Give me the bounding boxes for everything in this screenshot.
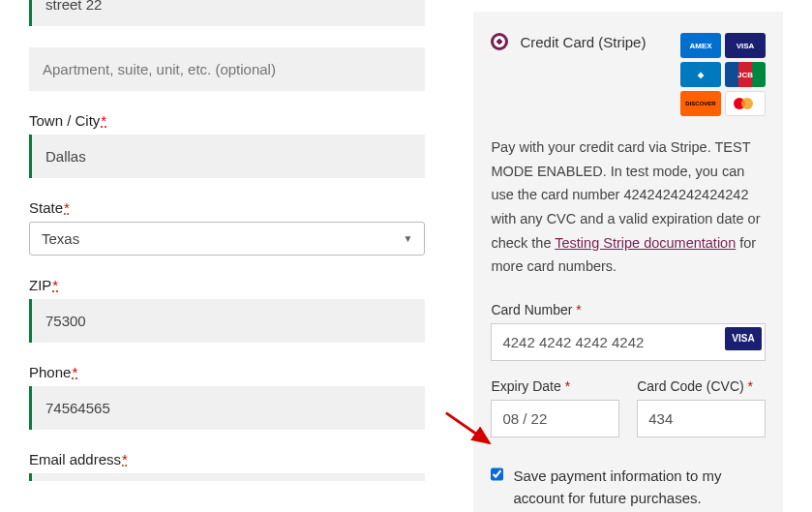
visa-icon: VISA	[725, 33, 766, 58]
payment-description: Pay with your credit card via Stripe. TE…	[491, 136, 766, 279]
diners-icon: ◈	[680, 62, 721, 87]
save-payment-label: Save payment information to my account f…	[513, 465, 766, 510]
required-mark: *	[52, 277, 58, 293]
required-mark: *	[101, 112, 106, 129]
email-label: Email address*	[29, 451, 425, 467]
phone-input[interactable]	[29, 386, 425, 430]
state-label: State*	[29, 199, 425, 216]
card-brand-badge: VISA	[725, 327, 762, 350]
required-mark: *	[565, 378, 570, 394]
card-number-label: Card Number *	[491, 302, 766, 317]
stripe-docs-link[interactable]: Testing Stripe documentation	[555, 235, 736, 251]
required-mark: *	[64, 199, 70, 216]
phone-label: Phone*	[29, 364, 425, 380]
zip-input[interactable]	[29, 299, 425, 343]
payment-method-radio[interactable]	[491, 33, 508, 50]
card-logos-group: AMEX VISA ◈ JCB DISCOVER	[675, 33, 766, 116]
cvc-input[interactable]	[637, 400, 766, 437]
required-mark: *	[72, 364, 77, 380]
expiry-input[interactable]	[491, 400, 619, 437]
mastercard-icon	[725, 91, 766, 116]
payment-method-label: Credit Card (Stripe)	[520, 34, 646, 50]
state-value: Texas	[42, 230, 79, 247]
save-payment-checkbox[interactable]	[491, 467, 503, 482]
required-mark: *	[748, 378, 753, 394]
state-select[interactable]: Texas ▼	[29, 222, 425, 256]
zip-label: ZIP*	[29, 277, 425, 293]
city-label: Town / City*	[29, 112, 425, 129]
amex-icon: AMEX	[680, 33, 721, 58]
apartment-input[interactable]	[29, 47, 425, 91]
discover-icon: DISCOVER	[680, 91, 721, 116]
email-input[interactable]	[29, 473, 425, 481]
required-mark: *	[122, 451, 128, 467]
expiry-label: Expiry Date *	[491, 378, 619, 394]
required-mark: *	[576, 302, 581, 317]
city-input[interactable]	[29, 135, 425, 178]
chevron-down-icon: ▼	[404, 233, 413, 244]
jcb-icon: JCB	[725, 62, 766, 87]
cvc-label: Card Code (CVC) *	[637, 378, 766, 394]
street-address-input[interactable]	[29, 0, 425, 26]
